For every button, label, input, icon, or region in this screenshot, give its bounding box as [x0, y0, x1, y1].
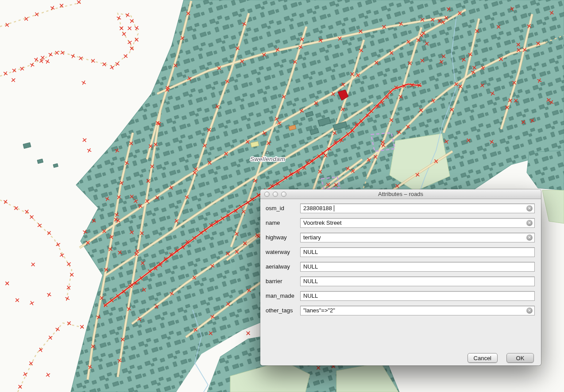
field-row-waterway: waterway — [266, 245, 535, 259]
field-row-other-tags: other_tags — [266, 303, 535, 318]
other-tags-input[interactable] — [300, 306, 535, 315]
qgis-map-window: Swellendam Attributes – roads osm_id — [0, 0, 564, 392]
ok-button[interactable]: OK — [506, 353, 534, 363]
window-controls — [264, 192, 286, 197]
field-label-other-tags: other_tags — [266, 307, 300, 314]
map-place-label: Swellendam — [250, 156, 286, 162]
field-row-highway: highway — [266, 230, 535, 245]
field-row-aerialway: aerialway — [266, 259, 535, 274]
osm-id-input[interactable] — [300, 204, 535, 213]
minimize-button[interactable] — [273, 192, 278, 197]
aerialway-input[interactable] — [300, 262, 535, 272]
highway-input[interactable] — [300, 233, 535, 242]
field-label-barrier: barrier — [266, 278, 300, 284]
field-label-waterway: waterway — [266, 249, 300, 255]
field-row-name: name — [266, 215, 535, 230]
cancel-button[interactable]: Cancel — [467, 353, 498, 363]
close-button[interactable] — [264, 192, 270, 197]
man-made-input[interactable] — [300, 291, 535, 301]
field-row-osm-id: osm_id — [266, 201, 535, 215]
name-input[interactable] — [300, 218, 535, 228]
dialog-buttons: Cancel OK — [467, 353, 534, 363]
field-label-osm-id: osm_id — [266, 205, 300, 211]
barrier-input[interactable] — [300, 277, 535, 286]
field-label-highway: highway — [266, 234, 300, 241]
attributes-dialog: Attributes – roads osm_id name highwa — [260, 189, 541, 365]
clear-field-icon[interactable] — [526, 234, 533, 241]
text-caret — [334, 205, 334, 211]
zoom-button[interactable] — [281, 192, 286, 197]
clear-field-icon[interactable] — [526, 220, 533, 226]
waterway-input[interactable] — [300, 247, 535, 257]
dialog-title: Attributes – roads — [378, 191, 423, 197]
dialog-body: osm_id name highway — [260, 199, 541, 365]
field-row-barrier: barrier — [266, 274, 535, 288]
field-label-man-made: man_made — [266, 292, 300, 299]
field-label-name: name — [266, 219, 300, 226]
clear-field-icon[interactable] — [526, 307, 533, 314]
field-row-man-made: man_made — [266, 288, 535, 303]
clear-field-icon[interactable] — [526, 205, 533, 211]
dialog-titlebar[interactable]: Attributes – roads — [260, 189, 541, 199]
field-label-aerialway: aerialway — [266, 263, 300, 270]
